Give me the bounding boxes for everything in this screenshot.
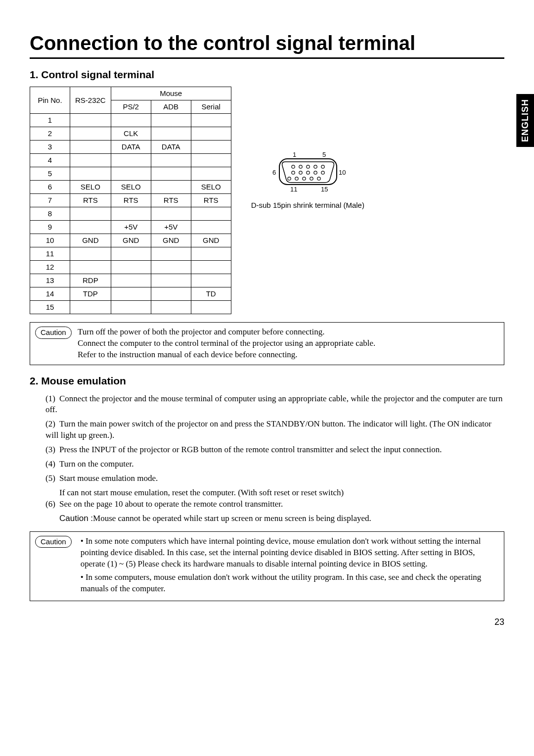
svg-text:5: 5 [322,151,326,158]
dsub-connector-icon: 1 5 6 10 11 15 [261,151,355,195]
caution-badge: Caution [35,536,72,548]
svg-point-14 [307,171,310,174]
connector-caption: D-sub 15pin shrink terminal (Male) [251,200,364,210]
th-adb: ADB [151,100,191,114]
page-number: 23 [30,616,504,628]
table-row: 1 [30,114,231,127]
table-row: 13RDP [30,274,231,287]
caution-box-1: Caution Turn off the power of both the p… [30,322,504,365]
svg-text:6: 6 [272,169,276,176]
list-item: (3)Press the INPUT of the projector or R… [45,444,504,456]
table-row: 2CLK [30,127,231,141]
table-row: 5 [30,167,231,181]
steps-list: (1)Connect the projector and the mouse t… [45,393,504,524]
th-pin: Pin No. [30,87,70,114]
svg-text:11: 11 [290,186,297,193]
svg-point-19 [310,177,313,180]
table-row: 6SELOSELOSELO [30,181,231,194]
svg-point-8 [299,165,302,168]
caution-2-text: • In some note computers which have inte… [81,536,499,597]
page-title: Connection to the control signal termina… [30,30,504,59]
svg-text:15: 15 [321,186,328,193]
table-row: 9+5V+5V [30,221,231,234]
svg-point-7 [292,165,295,168]
svg-text:10: 10 [339,169,346,176]
table-row: 14TDPTD [30,287,231,301]
section-2-heading: 2. Mouse emulation [30,374,504,388]
caution-1-text: Turn off the power of both the projector… [78,327,375,361]
list-item: (2)Turn the main power switch of the pro… [45,419,504,441]
th-ps2: PS/2 [111,100,151,114]
svg-point-15 [314,171,317,174]
svg-point-16 [321,171,324,174]
svg-point-13 [299,171,302,174]
th-mouse: Mouse [111,87,231,100]
svg-point-10 [314,165,317,168]
svg-point-20 [317,177,320,180]
connector-diagram: 1 5 6 10 11 15 D-sub 15pin shrink termin… [251,151,364,210]
caution-badge: Caution [35,327,72,338]
list-item: (6)See on the page 10 about to operate t… [45,499,504,510]
svg-point-21 [288,177,291,180]
svg-point-9 [307,165,310,168]
svg-point-12 [292,171,295,174]
svg-text:1: 1 [293,151,296,158]
table-row: 7RTSRTSRTSRTS [30,194,231,207]
section-1-heading: 1. Control signal terminal [30,68,504,82]
svg-point-18 [303,177,306,180]
table-row: 8 [30,207,231,221]
list-item: (4)Turn on the computer. [45,459,504,470]
table-row: 11 [30,247,231,261]
list-item: (5)Start mouse emulation mode. [45,473,504,484]
caution-box-2: Caution • In some note computers which h… [30,531,504,601]
table-row: 12 [30,261,231,274]
th-serial: Serial [191,100,231,114]
svg-point-11 [321,165,324,168]
th-rs232c: RS-232C [70,87,111,114]
language-tab: ENGLISH [516,94,534,147]
list-item: (1)Connect the projector and the mouse t… [45,393,504,416]
svg-point-17 [295,177,298,180]
table-row: 15 [30,301,231,314]
svg-rect-6 [279,159,337,185]
table-row: 4 [30,154,231,167]
pin-table: Pin No. RS-232C Mouse PS/2 ADB Serial 12… [30,87,231,314]
table-row: 3DATADATA [30,141,231,154]
table-row: 10GNDGNDGNDGND [30,234,231,247]
